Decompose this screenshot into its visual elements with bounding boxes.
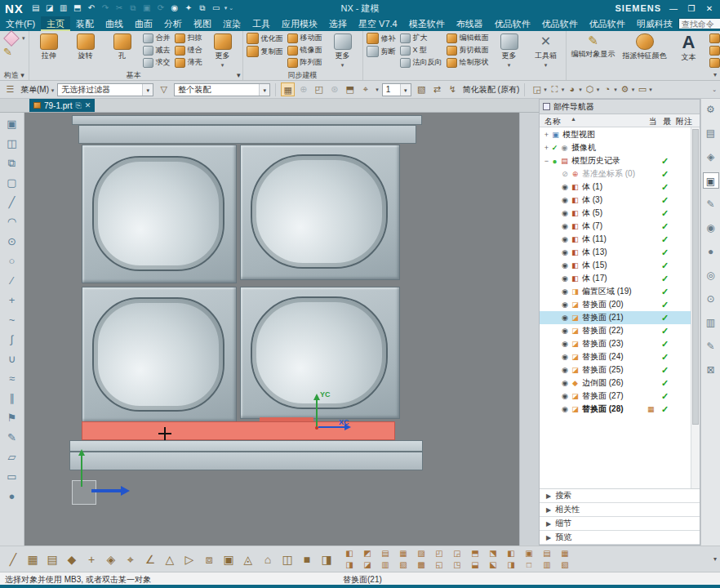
sync-more-button[interactable]: 更多▾ — [325, 32, 361, 69]
section-expand-icon[interactable]: ▶ — [546, 506, 551, 514]
tab-close-icon[interactable]: ✕ — [85, 101, 91, 109]
datum-plane-icon[interactable]: ▷ — [180, 550, 199, 569]
parallelogram-icon[interactable]: ▱ — [4, 448, 20, 467]
sphere-icon[interactable]: ● — [4, 487, 20, 506]
visibility-eye-icon[interactable] — [560, 366, 570, 374]
feature-tool-icon[interactable]: ◲ — [449, 548, 465, 559]
surface-command-button[interactable]: 缝合 — [173, 44, 204, 56]
column-name[interactable]: 名称 — [544, 116, 561, 127]
feature-tool-icon[interactable]: ▤ — [539, 548, 555, 559]
navigator-column-header[interactable]: 名称 ▲ 当 最 附注 — [540, 114, 700, 127]
spline-icon[interactable]: ~ — [4, 310, 20, 330]
cavity-upper-right[interactable] — [251, 154, 388, 269]
visibility-eye-icon[interactable] — [560, 405, 570, 413]
group-label[interactable]: 构造 ▾ — [2, 70, 27, 80]
vector-angle-icon[interactable]: ∠ — [140, 550, 160, 569]
cavity-lower-left[interactable] — [92, 297, 224, 412]
sketch-pencil-icon[interactable]: ✎ — [4, 428, 20, 448]
tree-row[interactable]: 替换面 (27) ✓ — [540, 390, 700, 403]
column-current[interactable]: 当 — [649, 116, 657, 127]
part-navigator-icon[interactable]: ▣ — [703, 172, 719, 189]
surface-edit-button[interactable]: X 型 — [398, 44, 444, 56]
patch-button[interactable]: 修补 — [365, 32, 398, 45]
section-expand-icon[interactable]: ▶ — [546, 534, 551, 541]
section-expand-icon[interactable]: ▶ — [546, 520, 551, 528]
tree-row[interactable]: 替换面 (23) ✓ — [540, 337, 700, 350]
visibility-eye-icon[interactable] — [560, 274, 570, 283]
ribbon-tab[interactable]: 渲染 — [217, 16, 247, 31]
tree-row[interactable]: + 模型视图 — [540, 128, 700, 141]
ribbon-tab[interactable]: 优品软件 — [584, 16, 631, 31]
surface-more-button[interactable]: 更多▾ — [491, 32, 527, 69]
ribbon-tab[interactable]: 主页 — [41, 16, 70, 31]
tree-row[interactable]: 基准坐标系 (0) ✓ — [540, 167, 700, 180]
tree-row[interactable]: 体 (15) ✓ — [540, 259, 700, 272]
save-icon[interactable]: ▥ — [58, 2, 69, 14]
datum-csys-box[interactable] — [72, 480, 96, 505]
view-tool[interactable]: ⚙▾ — [618, 82, 635, 96]
history-palette-icon[interactable]: ⊙ — [703, 291, 719, 307]
redo-icon[interactable]: ↷ — [100, 2, 111, 14]
feature-tool-icon[interactable]: ▦ — [557, 548, 573, 559]
visibility-eye-icon[interactable] — [560, 379, 570, 387]
sync-command-button[interactable]: 镜像面 — [286, 44, 324, 56]
cut-icon[interactable]: ✂ — [113, 2, 125, 14]
fill-square-icon[interactable]: ■ — [297, 550, 317, 569]
scrollbar-thumb[interactable] — [692, 129, 699, 425]
layer-settings-icon[interactable]: ▣ — [219, 550, 238, 569]
hole-button[interactable]: 孔 — [104, 32, 140, 61]
parallel-line-icon[interactable]: ∥ — [4, 389, 20, 408]
sync-command-button[interactable]: 移动面 — [286, 32, 324, 44]
wcs-x-axis[interactable] — [318, 426, 344, 428]
column-note[interactable]: 附注 — [676, 116, 692, 127]
layer-stack-icon[interactable]: ⧈ — [199, 550, 219, 569]
save-as-icon[interactable]: ⬒ — [72, 2, 83, 14]
mold-command-button[interactable]: 刻字 — [708, 32, 720, 44]
feature-tool-icon[interactable]: ◧ — [341, 548, 358, 559]
mirror-body-icon[interactable]: ⌂ — [258, 550, 278, 569]
feature-tool-icon[interactable]: ▧ — [395, 559, 411, 571]
voice-command-icon[interactable]: ◉ — [169, 2, 180, 14]
reuse-library-icon[interactable]: ✎ — [703, 196, 719, 212]
touch-mode-icon[interactable]: ✦ — [183, 2, 194, 14]
toolbar-overflow-icon[interactable]: ⌄ — [712, 87, 717, 93]
cavity-upper-left[interactable] — [92, 156, 224, 271]
constraint-navigator-icon[interactable]: ◈ — [703, 149, 719, 165]
view-tool[interactable]: ◕▾ — [565, 82, 582, 96]
bottom-toolbar-overflow-icon[interactable]: ▾ — [713, 555, 717, 563]
ribbon-overflow-icon[interactable]: ▾ — [713, 71, 717, 78]
segment-icon[interactable]: ∕ — [4, 271, 20, 291]
document-tab[interactable]: 79-1.prt ⎘ ✕ — [29, 99, 95, 112]
expand-toggle-icon[interactable]: + — [543, 131, 550, 139]
feature-tool-icon[interactable]: ◪ — [359, 559, 376, 571]
datum-z-axis[interactable] — [91, 489, 121, 492]
ribbon-tab[interactable]: 工具 — [247, 16, 276, 31]
tree-row[interactable]: 替换面 (20) ✓ — [540, 298, 700, 311]
pad-icon[interactable]: ▭ — [4, 467, 20, 487]
visibility-eye-icon[interactable] — [560, 222, 570, 230]
undo-icon[interactable]: ↶ — [86, 2, 97, 14]
minimize-button[interactable]: — — [668, 4, 679, 13]
visibility-eye-icon[interactable] — [560, 301, 570, 309]
visibility-eye-icon[interactable] — [560, 170, 570, 178]
dropdown-arrow-icon[interactable]: ▾ — [376, 87, 379, 93]
sheet-body-icon[interactable]: ◨ — [317, 550, 336, 569]
visibility-eye-icon[interactable] — [560, 353, 570, 361]
feature-tool-icon[interactable]: ◳ — [449, 559, 465, 571]
feature-tool-icon[interactable]: ◩ — [359, 548, 376, 559]
view-tool[interactable]: ◔▾ — [600, 82, 617, 96]
point-tool-icon[interactable]: + — [82, 550, 101, 569]
window-icon[interactable]: ▭ — [211, 2, 222, 14]
wcs-icon[interactable]: ◈ — [101, 550, 121, 569]
repeat-command-icon[interactable]: ⟳ — [155, 2, 167, 14]
more-button[interactable]: 更多▾ — [205, 32, 241, 69]
tree-row[interactable]: 替换面 (28) ▦ ✓ — [540, 403, 700, 416]
section-command-button[interactable]: 编辑截面 — [445, 32, 491, 44]
pattern-face-icon[interactable]: ◬ — [238, 550, 258, 569]
count-combo[interactable]: 1▾ — [382, 83, 411, 96]
wcs-y-arrow-icon[interactable] — [313, 394, 320, 400]
feature-tool-icon[interactable]: ▥ — [539, 559, 555, 571]
graphics-viewport[interactable]: YC XC — [24, 113, 519, 546]
section-command-button[interactable]: 绘制形状 — [445, 56, 491, 69]
ribbon-tab[interactable]: 应用模块 — [276, 16, 323, 31]
